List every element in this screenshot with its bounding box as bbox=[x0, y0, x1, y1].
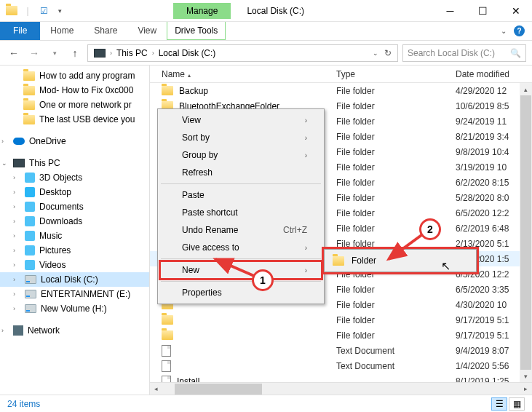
file-date: 4/30/2020 10 bbox=[456, 300, 507, 310]
details-view-button[interactable]: ☰ bbox=[491, 397, 507, 411]
file-row[interactable]: File folder9/17/2019 5:1 bbox=[150, 312, 532, 328]
file-date: 5/28/2020 8:0 bbox=[456, 193, 509, 203]
window-title: Local Disk (C:) bbox=[231, 6, 304, 16]
sort-asc-icon: ▴ bbox=[188, 72, 191, 79]
network-node[interactable]: ›Network bbox=[0, 323, 149, 338]
vertical-scrollbar[interactable]: ▴ ▾ bbox=[520, 83, 532, 382]
file-row[interactable]: File folder9/17/2019 5:1 bbox=[150, 328, 532, 343]
search-input[interactable]: Search Local Disk (C:) 🔍 bbox=[402, 44, 526, 62]
view-tab[interactable]: View bbox=[127, 22, 167, 40]
quick-access-item[interactable]: The last USB device you bbox=[0, 112, 149, 127]
chevron-right-icon[interactable]: › bbox=[1, 138, 9, 145]
shortcut-label: Ctrl+Z bbox=[283, 225, 307, 235]
icons-view-button[interactable]: ▦ bbox=[509, 397, 525, 411]
file-list[interactable]: TheGeekPage.com View› Sort by› Group by›… bbox=[150, 83, 532, 382]
menu-properties[interactable]: Properties bbox=[160, 284, 322, 301]
search-icon: 🔍 bbox=[510, 48, 521, 58]
nav-item-drive-h[interactable]: ›New Volume (H:) bbox=[0, 301, 149, 316]
file-date: 1/4/2020 5:56 bbox=[456, 361, 509, 371]
expand-ribbon-icon[interactable]: ⌄ bbox=[501, 27, 507, 35]
scroll-right-icon[interactable]: ▸ bbox=[520, 383, 532, 395]
chevron-down-icon[interactable]: ⌄ bbox=[1, 159, 9, 167]
nav-item-drive-e[interactable]: ›ENTERTAINMENT (E:) bbox=[0, 287, 149, 301]
nav-item-desktop[interactable]: ›Desktop bbox=[0, 185, 149, 199]
menu-view[interactable]: View› bbox=[160, 111, 322, 129]
onedrive-node[interactable]: ›OneDrive bbox=[0, 134, 149, 148]
home-tab[interactable]: Home bbox=[40, 22, 84, 40]
nav-item-pictures[interactable]: ›Pictures bbox=[0, 243, 149, 258]
file-date: 2/13/2020 5:1 bbox=[456, 239, 509, 249]
chevron-right-icon: › bbox=[305, 244, 307, 252]
file-date: 6/2/2019 6:48 bbox=[456, 223, 509, 234]
breadcrumb-thispc[interactable]: This PC bbox=[114, 48, 151, 58]
checkmark-icon[interactable]: ☑ bbox=[38, 5, 49, 17]
forward-button[interactable]: → bbox=[26, 45, 42, 61]
nav-item-local-disk-c[interactable]: ›Local Disk (C:) bbox=[0, 272, 149, 287]
menu-sort-by[interactable]: Sort by› bbox=[160, 129, 322, 146]
menu-undo[interactable]: Undo RenameCtrl+Z bbox=[160, 221, 322, 239]
menu-group-by[interactable]: Group by› bbox=[160, 146, 322, 164]
back-button[interactable]: ← bbox=[6, 45, 22, 61]
menu-separator bbox=[161, 183, 321, 184]
recent-dropdown-icon[interactable]: ▾ bbox=[47, 45, 63, 61]
scroll-left-icon[interactable]: ◂ bbox=[150, 383, 162, 395]
folder-icon bbox=[162, 315, 173, 325]
column-date[interactable]: Date modified bbox=[456, 69, 532, 79]
nav-item-music[interactable]: ›Music bbox=[0, 229, 149, 243]
menu-paste-shortcut[interactable]: Paste shortcut bbox=[160, 204, 322, 221]
scrollbar-thumb[interactable] bbox=[520, 95, 531, 370]
column-type[interactable]: Type bbox=[336, 69, 456, 79]
file-type: File folder bbox=[336, 208, 456, 218]
file-row[interactable]: Text Document1/4/2020 5:56 bbox=[150, 358, 532, 373]
file-row[interactable]: Install8/1/2019 1:25 bbox=[150, 373, 532, 382]
chevron-right-icon[interactable]: › bbox=[110, 49, 112, 57]
file-date: 6/2/2020 8:15 bbox=[456, 178, 509, 188]
dropdown-icon[interactable]: ▾ bbox=[54, 5, 65, 17]
chevron-right-icon[interactable]: › bbox=[152, 49, 154, 57]
breadcrumb-drive[interactable]: Local Disk (C:) bbox=[156, 48, 219, 58]
desktop-icon bbox=[25, 187, 35, 197]
folder-icon bbox=[162, 86, 173, 95]
up-button[interactable]: ↑ bbox=[67, 45, 83, 61]
menu-give-access[interactable]: Give access to› bbox=[160, 239, 322, 256]
scroll-down-icon[interactable]: ▾ bbox=[520, 370, 532, 382]
drive-tools-tab[interactable]: Drive Tools bbox=[167, 22, 226, 40]
share-tab[interactable]: Share bbox=[84, 22, 127, 40]
scrollbar-thumb[interactable] bbox=[175, 384, 262, 395]
quick-access-item[interactable]: How to add any program bbox=[0, 68, 149, 83]
file-type: File folder bbox=[336, 147, 456, 157]
quick-access-item[interactable]: One or more network pr bbox=[0, 98, 149, 112]
help-icon[interactable]: ? bbox=[514, 25, 525, 36]
thispc-node[interactable]: ⌄This PC bbox=[0, 156, 149, 170]
close-button[interactable]: ✕ bbox=[499, 0, 532, 22]
minimize-button[interactable]: ─ bbox=[434, 0, 467, 22]
file-row[interactable]: Text Document9/4/2019 8:07 bbox=[150, 343, 532, 358]
column-name[interactable]: Name▴ bbox=[150, 69, 336, 79]
file-tab[interactable]: File bbox=[0, 22, 40, 40]
music-icon bbox=[25, 231, 35, 241]
nav-item-videos[interactable]: ›Videos bbox=[0, 258, 149, 272]
menu-refresh[interactable]: Refresh bbox=[160, 164, 322, 181]
file-date: 4/29/2020 12 bbox=[456, 86, 507, 96]
downloads-icon bbox=[25, 216, 35, 226]
file-date: 3/19/2019 10 bbox=[456, 162, 507, 173]
pictures-icon bbox=[25, 245, 35, 255]
nav-item-downloads[interactable]: ›Downloads bbox=[0, 214, 149, 229]
nav-item-documents[interactable]: ›Documents bbox=[0, 199, 149, 214]
address-dropdown-icon[interactable]: ⌄ bbox=[373, 49, 378, 57]
quick-access-item[interactable]: Mod- How to Fix 0xc000 bbox=[0, 83, 149, 98]
nav-item-3dobjects[interactable]: ›3D Objects bbox=[0, 170, 149, 185]
pc-icon[interactable] bbox=[91, 49, 108, 58]
refresh-icon[interactable]: ↻ bbox=[384, 48, 392, 58]
window-controls: ─ ☐ ✕ bbox=[434, 0, 532, 22]
file-name: Install bbox=[177, 376, 199, 383]
breadcrumb[interactable]: › This PC › Local Disk (C:) ⌄ ↻ bbox=[87, 44, 398, 62]
maximize-button[interactable]: ☐ bbox=[467, 0, 499, 22]
file-type: Text Document bbox=[336, 346, 456, 356]
menu-paste[interactable]: Paste bbox=[160, 186, 322, 204]
horizontal-scrollbar[interactable]: ◂ ▸ bbox=[150, 382, 532, 395]
chevron-right-icon: › bbox=[305, 151, 307, 159]
file-type: File folder bbox=[336, 101, 456, 111]
file-row[interactable]: BackupFile folder4/29/2020 12 bbox=[150, 83, 532, 98]
scroll-up-icon[interactable]: ▴ bbox=[520, 83, 532, 95]
